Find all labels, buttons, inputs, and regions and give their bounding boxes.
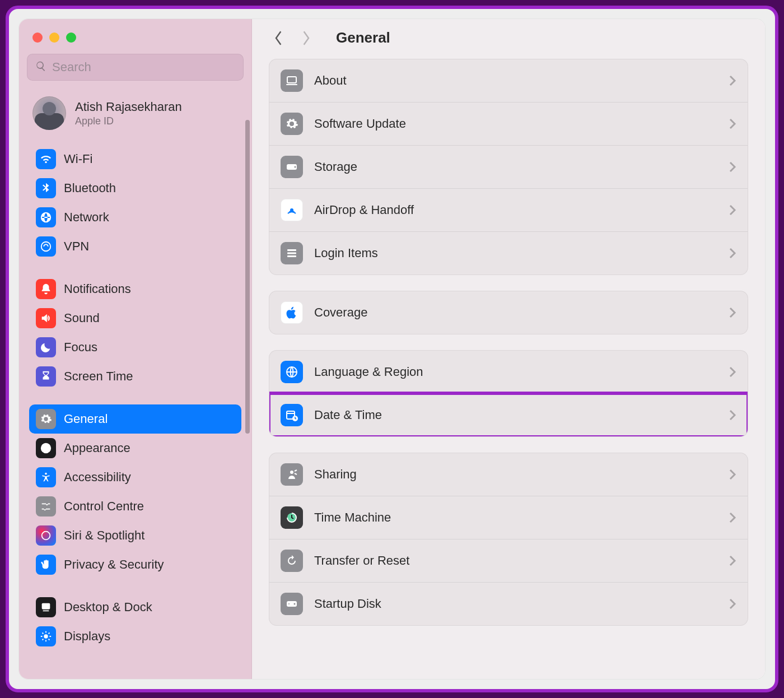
zoom-window-button[interactable] — [66, 32, 76, 43]
row-about[interactable]: About — [269, 59, 748, 102]
row-transfer-reset[interactable]: Transfer or Reset — [269, 539, 748, 582]
svg-rect-1 — [42, 603, 50, 609]
row-label: Software Update — [314, 117, 729, 131]
account-sub: Apple ID — [75, 115, 182, 127]
svg-point-18 — [294, 603, 296, 605]
sidebar: Atish Rajasekharan Apple ID Wi-Fi Blueto… — [19, 19, 252, 679]
avatar — [32, 96, 66, 130]
gear-icon — [281, 113, 303, 135]
row-storage[interactable]: Storage — [269, 145, 748, 188]
chevron-right-icon — [729, 247, 736, 259]
globe-icon — [36, 207, 56, 227]
disk-icon — [281, 156, 303, 178]
row-software-update[interactable]: Software Update — [269, 102, 748, 145]
hand-icon — [36, 555, 56, 575]
sidebar-item-control-centre[interactable]: Control Centre — [29, 492, 241, 521]
row-startup-disk[interactable]: Startup Disk — [269, 582, 748, 625]
window-controls — [27, 30, 244, 54]
sidebar-item-label: Appearance — [64, 441, 130, 455]
chevron-right-icon — [729, 598, 736, 610]
search-input[interactable] — [52, 60, 235, 75]
sidebar-item-focus[interactable]: Focus — [29, 333, 241, 362]
calendar-clock-icon — [281, 404, 303, 426]
row-label: AirDrop & Handoff — [314, 203, 729, 217]
row-airdrop-handoff[interactable]: AirDrop & Handoff — [269, 188, 748, 231]
account-name: Atish Rajasekharan — [75, 100, 182, 114]
row-coverage[interactable]: Coverage — [269, 291, 748, 334]
row-sharing[interactable]: Sharing — [269, 453, 748, 496]
sidebar-item-label: Siri & Spotlight — [64, 528, 144, 543]
sidebar-item-network[interactable]: Network — [29, 203, 241, 232]
row-login-items[interactable]: Login Items — [269, 231, 748, 274]
panel-locale: Language & Region Date & Time — [269, 350, 748, 437]
sidebar-item-bluetooth[interactable]: Bluetooth — [29, 174, 241, 203]
sidebar-item-accessibility[interactable]: Accessibility — [29, 463, 241, 492]
sidebar-item-wifi[interactable]: Wi-Fi — [29, 145, 241, 174]
back-button[interactable] — [271, 30, 287, 46]
svg-rect-5 — [286, 84, 297, 85]
svg-point-19 — [288, 603, 290, 604]
sidebar-item-label: General — [64, 412, 108, 426]
sidebar-item-label: Desktop & Dock — [64, 600, 152, 615]
svg-rect-10 — [287, 253, 296, 254]
row-label: Transfer or Reset — [314, 553, 729, 568]
sliders-icon — [36, 496, 56, 516]
sidebar-item-label: Bluetooth — [64, 181, 116, 196]
sidebar-item-label: Focus — [64, 340, 97, 355]
accessibility-icon — [36, 467, 56, 487]
sidebar-item-notifications[interactable]: Notifications — [29, 274, 241, 304]
search-field[interactable] — [27, 54, 244, 81]
sidebar-item-desktop-dock[interactable]: Desktop & Dock — [29, 593, 241, 622]
chevron-right-icon — [729, 511, 736, 524]
row-label: Coverage — [314, 305, 729, 320]
chevron-right-icon — [729, 204, 736, 216]
sidebar-item-siri[interactable]: Siri & Spotlight — [29, 521, 241, 550]
sidebar-item-label: Privacy & Security — [64, 557, 164, 572]
wifi-icon — [36, 149, 56, 169]
row-label: Date & Time — [314, 408, 729, 422]
chevron-right-icon — [729, 555, 736, 567]
minimize-window-button[interactable] — [49, 32, 59, 43]
sidebar-scrollbar[interactable] — [245, 120, 250, 434]
row-time-machine[interactable]: Time Machine — [269, 496, 748, 539]
svg-point-7 — [295, 166, 296, 168]
sidebar-item-label: Control Centre — [64, 499, 144, 514]
reset-icon — [281, 550, 303, 572]
moon-icon — [36, 337, 56, 357]
dock-icon — [36, 597, 56, 617]
speaker-icon — [36, 308, 56, 328]
sidebar-item-displays[interactable]: Displays — [29, 622, 241, 651]
startup-disk-icon — [281, 593, 303, 615]
panel-coverage: Coverage — [269, 291, 748, 334]
panel-system-info: About Software Update Storage AirDrop & … — [269, 59, 748, 275]
row-label: Startup Disk — [314, 597, 729, 611]
sidebar-item-sound[interactable]: Sound — [29, 304, 241, 333]
chevron-right-icon — [729, 75, 736, 87]
svg-point-15 — [290, 471, 293, 474]
chevron-right-icon — [729, 118, 736, 130]
sidebar-item-label: Notifications — [64, 282, 131, 296]
row-label: Time Machine — [314, 510, 729, 525]
close-window-button[interactable] — [32, 32, 43, 43]
airdrop-icon — [281, 199, 303, 221]
sidebar-item-label: Wi-Fi — [64, 152, 92, 166]
row-label: Login Items — [314, 246, 729, 260]
sidebar-group-display: Desktop & Dock Displays — [27, 593, 244, 651]
svg-point-3 — [44, 634, 48, 638]
row-language-region[interactable]: Language & Region — [269, 351, 748, 393]
apple-id-account[interactable]: Atish Rajasekharan Apple ID — [27, 93, 244, 145]
sidebar-item-appearance[interactable]: Appearance — [29, 434, 241, 463]
sidebar-group-network: Wi-Fi Bluetooth Network VPN — [27, 145, 244, 261]
sidebar-item-general[interactable]: General — [29, 404, 241, 434]
row-date-time[interactable]: Date & Time — [269, 393, 748, 436]
apple-icon — [281, 301, 303, 324]
row-label: Sharing — [314, 467, 729, 482]
forward-button[interactable] — [298, 30, 314, 46]
sidebar-item-vpn[interactable]: VPN — [29, 232, 241, 261]
sidebar-item-screen-time[interactable]: Screen Time — [29, 362, 241, 391]
page-title: General — [336, 29, 390, 46]
sidebar-item-privacy[interactable]: Privacy & Security — [29, 550, 241, 579]
sharing-icon — [281, 463, 303, 486]
sidebar-item-label: Accessibility — [64, 470, 131, 485]
svg-rect-11 — [287, 255, 296, 257]
